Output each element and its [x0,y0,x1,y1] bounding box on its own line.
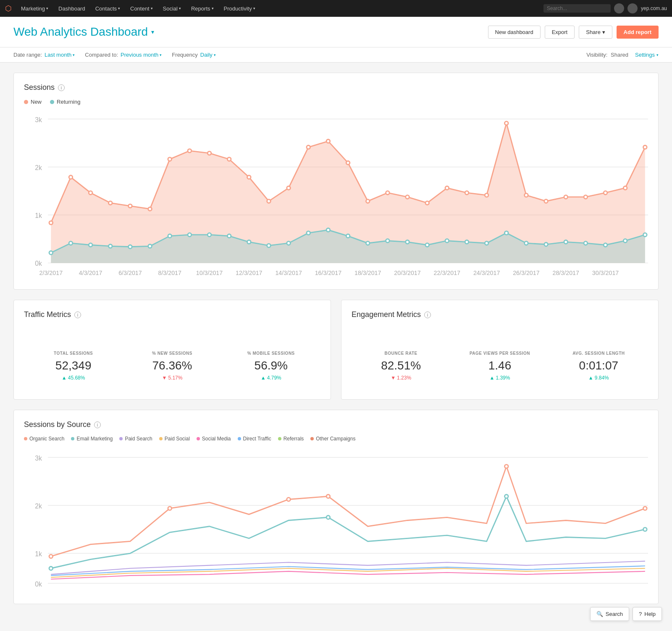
search-icon: 🔍 [596,611,603,614]
search-button[interactable]: 🔍 Search [590,607,629,614]
paid-social-line [51,568,645,577]
info-icon[interactable]: i [94,422,101,428]
svg-point-36 [604,191,607,195]
chevron-down-icon: ▾ [214,53,216,57]
svg-point-28 [445,186,449,190]
svg-point-37 [623,186,627,190]
legend-paid-social: Paid Social [159,436,190,442]
svg-point-31 [504,121,508,125]
help-button[interactable]: ? Help [633,607,662,614]
nav-productivity[interactable]: Productivity ▾ [220,4,260,13]
svg-point-40 [69,241,73,245]
page-header: Web Analytics Dashboard ▾ New dashboard … [0,17,672,47]
metric-page-views: PAGE VIEWS PER SESSION 1.46 ▲ 1.39% [450,343,549,389]
svg-text:10/3/2017: 10/3/2017 [196,270,223,276]
svg-text:3k: 3k [35,455,42,462]
svg-point-50 [267,244,271,248]
nav-right-section: yep.com.au [543,3,667,13]
svg-point-98 [505,465,509,469]
metric-change-bounce-rate: ▼ 1.23% [358,375,444,381]
arrow-up-icon: ▲ [588,375,593,381]
svg-point-9 [69,175,73,179]
nav-content[interactable]: Content ▾ [126,4,157,13]
metric-change-mobile-sessions: ▲ 4.79% [228,375,314,381]
page-title[interactable]: Web Analytics Dashboard ▾ [13,25,154,39]
email-marketing-dot [71,437,74,440]
nav-contacts[interactable]: Contacts ▾ [91,4,124,13]
svg-point-30 [485,194,488,197]
export-button[interactable]: Export [545,26,575,39]
date-range-dropdown[interactable]: Last month ▾ [45,52,75,58]
svg-point-13 [148,207,152,211]
metric-session-length: AVG. SESSION LENGTH 0:01:07 ▲ 9.84% [549,343,648,389]
chevron-down-icon: ▾ [179,6,181,10]
svg-point-52 [307,231,310,235]
svg-point-65 [564,240,568,244]
nav-social[interactable]: Social ▾ [159,4,185,13]
svg-point-35 [584,195,588,199]
svg-text:28/3/2017: 28/3/2017 [552,270,579,276]
compared-to-filter: Compared to: Previous month ▾ [85,52,162,58]
svg-point-67 [604,243,607,247]
add-report-button[interactable]: Add report [617,26,659,39]
info-icon[interactable]: i [424,312,431,318]
nav-marketing[interactable]: Marketing ▾ [17,4,52,13]
svg-point-64 [544,243,548,246]
svg-point-95 [168,507,172,511]
svg-point-46 [188,233,192,237]
main-content: Sessions i New Returning 3k 2k 1k 0k [0,63,672,614]
svg-text:2/3/2017: 2/3/2017 [39,270,63,276]
svg-text:3k: 3k [35,116,42,123]
frequency-dropdown[interactable]: Daily ▾ [200,52,216,58]
svg-point-100 [49,567,53,571]
metric-change-total-sessions: ▲ 45.68% [31,375,116,381]
metric-mobile-sessions: % MOBILE SESSIONS 56.9% ▲ 4.79% [222,343,320,389]
svg-text:1k: 1k [35,550,42,558]
svg-point-41 [89,243,92,247]
svg-point-22 [326,139,330,143]
svg-text:2k: 2k [35,503,42,510]
info-icon[interactable]: i [58,84,65,91]
svg-point-29 [465,191,469,195]
svg-point-102 [505,495,509,498]
svg-point-51 [287,241,291,245]
filter-right: Visibility: Shared Settings ▾ [586,52,659,58]
nav-reports[interactable]: Reports ▾ [187,4,218,13]
search-input[interactable] [543,4,611,13]
arrow-down-icon: ▼ [162,375,167,381]
share-button[interactable]: Share ▾ [579,26,612,39]
metric-total-sessions: TOTAL SESSIONS 52,349 ▲ 45.68% [24,343,123,389]
logo-icon: ⬡ [5,4,12,13]
help-icon: ? [639,611,642,614]
legend-email-marketing: Email Marketing [71,436,113,442]
info-icon[interactable]: i [74,312,81,318]
compared-to-dropdown[interactable]: Previous month ▾ [121,52,162,58]
svg-point-42 [108,244,112,248]
svg-point-60 [465,240,469,244]
metric-change-session-length: ▲ 9.84% [556,375,641,381]
user-domain: yep.com.au [641,5,667,11]
nav-dashboard[interactable]: Dashboard [54,4,89,13]
metric-new-sessions: % NEW SESSIONS 76.36% ▼ 5.17% [123,343,221,389]
organic-search-line [51,466,645,556]
date-range-filter: Date range: Last month ▾ [13,52,75,58]
svg-point-62 [504,231,508,235]
svg-point-23 [346,161,350,165]
svg-point-96 [287,497,291,501]
svg-point-25 [386,191,390,195]
traffic-metrics-title: Traffic Metrics i [24,310,320,319]
settings-link[interactable]: Settings ▾ [635,52,659,58]
svg-point-55 [366,241,370,245]
returning-dot [50,100,54,104]
svg-point-45 [168,234,172,238]
chevron-down-icon: ▾ [160,53,162,57]
svg-text:4/3/2017: 4/3/2017 [79,270,102,276]
paid-search-dot [119,437,123,440]
filter-bar: Date range: Last month ▾ Compared to: Pr… [0,47,672,63]
new-dashboard-button[interactable]: New dashboard [488,26,541,39]
source-legend: Organic Search Email Marketing Paid Sear… [24,436,648,442]
engagement-metrics-card: Engagement Metrics i BOUNCE RATE 82.51% … [341,300,659,400]
arrow-up-icon: ▲ [490,375,495,381]
chevron-down-icon: ▾ [212,6,214,10]
metric-change-page-views: ▲ 1.39% [457,375,542,381]
